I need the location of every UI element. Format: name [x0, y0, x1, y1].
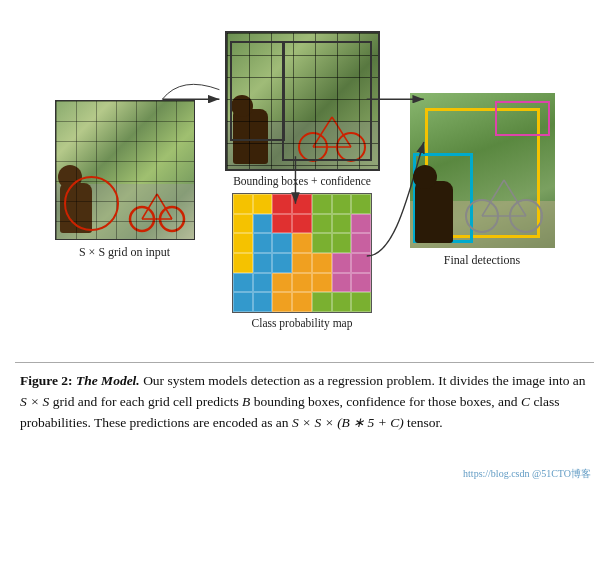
caption-text-5: tensor. — [404, 415, 443, 430]
color-cell — [233, 214, 253, 234]
color-cell — [272, 194, 292, 214]
color-cell — [332, 194, 352, 214]
caption-text-3: bounding boxes, confidence for those box… — [250, 394, 521, 409]
color-map-container: Class probability map — [232, 193, 372, 329]
color-cell — [233, 273, 253, 293]
color-cell — [272, 233, 292, 253]
caption-math-1: S × S — [20, 394, 49, 409]
color-cell — [332, 253, 352, 273]
color-cell — [332, 292, 352, 312]
color-cell — [292, 214, 312, 234]
left-label: S × S grid on input — [79, 245, 170, 260]
color-cell — [292, 292, 312, 312]
circle-highlight — [64, 176, 119, 231]
input-grid-image — [55, 100, 195, 240]
caption-math-4: S × S × (B ∗ 5 + C) — [292, 415, 404, 430]
caption-text-1: Our system models detection as a regress… — [143, 373, 585, 388]
color-cell — [351, 253, 371, 273]
color-cell — [351, 214, 371, 234]
right-label: Final detections — [444, 253, 520, 268]
color-cell — [233, 233, 253, 253]
color-cell — [253, 292, 273, 312]
caption-math-3: C — [521, 394, 530, 409]
color-cell — [292, 233, 312, 253]
color-cell — [351, 273, 371, 293]
left-section: S × S grid on input — [47, 100, 202, 260]
color-cell — [312, 194, 332, 214]
color-cell — [253, 194, 273, 214]
color-cell — [233, 194, 253, 214]
center-image-box — [225, 31, 380, 171]
color-cell — [233, 253, 253, 273]
color-cell — [332, 233, 352, 253]
color-map — [232, 193, 372, 313]
page-container: S × S grid on input — [0, 0, 609, 563]
color-cell — [233, 292, 253, 312]
watermark: https://blog.csdn @51CTO博客 — [463, 467, 591, 481]
right-image-box — [410, 93, 555, 248]
color-cell — [253, 273, 273, 293]
color-cell — [253, 233, 273, 253]
color-cell — [332, 214, 352, 234]
right-section: Final detections — [402, 93, 562, 268]
color-map-label: Class probability map — [252, 317, 353, 329]
color-cell — [253, 214, 273, 234]
color-cell — [312, 292, 332, 312]
color-cell — [312, 233, 332, 253]
color-cell — [351, 233, 371, 253]
color-cell — [351, 292, 371, 312]
color-cell — [351, 194, 371, 214]
center-label-top: Bounding boxes + confidence — [233, 175, 371, 187]
svg-line-12 — [482, 180, 504, 216]
diagram-area: S × S grid on input — [15, 10, 594, 350]
middle-section: Bounding boxes + confidence Class probab… — [202, 31, 402, 329]
color-cell — [332, 273, 352, 293]
color-cell — [272, 273, 292, 293]
bbox-pink — [495, 101, 550, 136]
color-cell — [312, 273, 332, 293]
caption-text-2: grid and for each grid cell predicts — [49, 394, 242, 409]
color-cell — [292, 253, 312, 273]
caption-area: Figure 2: The Model. Our system models d… — [15, 362, 594, 434]
color-cell — [292, 194, 312, 214]
color-cell — [253, 253, 273, 273]
color-cell — [272, 253, 292, 273]
color-cell — [312, 253, 332, 273]
top-center-container: Bounding boxes + confidence — [202, 31, 402, 187]
color-cell — [312, 214, 332, 234]
color-cell — [272, 292, 292, 312]
figure-label: Figure 2: — [20, 373, 73, 388]
svg-line-13 — [504, 180, 526, 216]
model-label: The Model. — [76, 373, 140, 388]
color-cell — [272, 214, 292, 234]
color-cell — [292, 273, 312, 293]
